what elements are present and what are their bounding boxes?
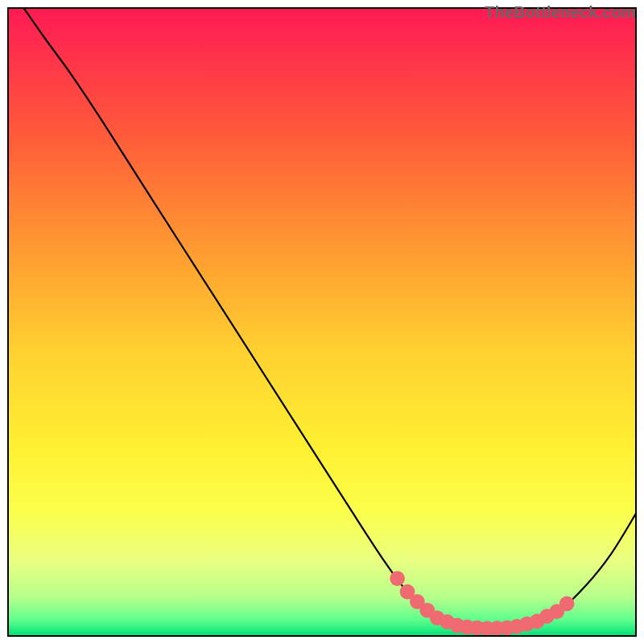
marker-dot — [390, 571, 405, 586]
attribution-watermark: TheBottleneck.com — [485, 3, 636, 22]
gradient-background — [8, 8, 636, 636]
marker-dot — [559, 596, 575, 611]
bottleneck-chart — [0, 0, 644, 644]
chart-container: TheBottleneck.com — [0, 0, 644, 644]
